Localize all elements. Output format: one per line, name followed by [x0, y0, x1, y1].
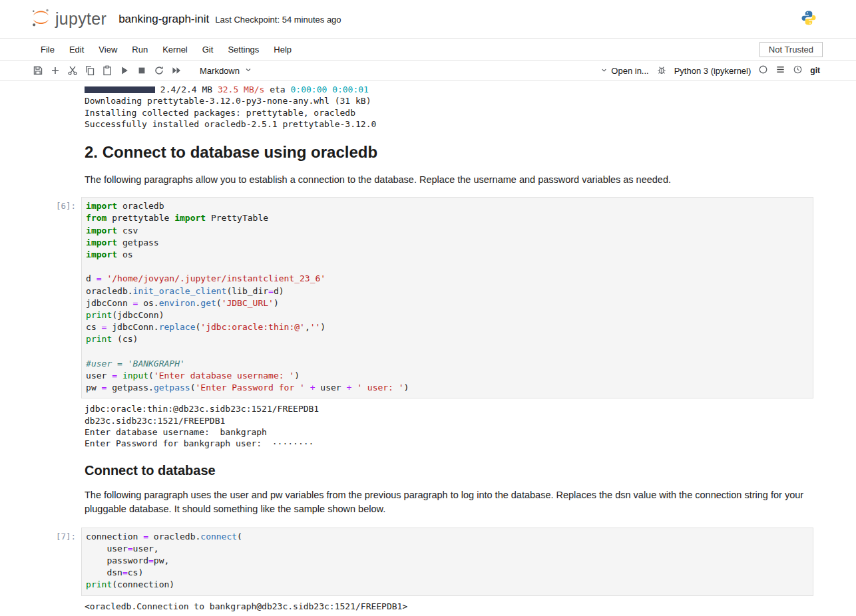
- restart-kernel-button[interactable]: [150, 63, 168, 78]
- execution-count-prompt: [6]:: [56, 197, 81, 211]
- paste-cell-button[interactable]: [99, 63, 116, 78]
- open-in-dropdown[interactable]: Open in...: [600, 66, 648, 76]
- kernel-switcher[interactable]: Python 3 (ipykernel): [674, 66, 751, 76]
- copy-cell-button[interactable]: [81, 63, 99, 78]
- section-heading: Connect to database: [85, 463, 813, 478]
- jupyter-logo[interactable]: jupyter: [31, 7, 107, 31]
- kernel-name-label: Python 3 (ipykernel): [674, 66, 751, 76]
- stop-icon: [136, 65, 147, 76]
- fast-forward-icon: [171, 65, 182, 76]
- open-in-label: Open in...: [611, 66, 648, 76]
- cell-prompt: [56, 84, 81, 88]
- section-heading: 2. Connect to database using oracledb: [85, 143, 813, 162]
- menu-file[interactable]: File: [33, 41, 62, 59]
- scissors-icon: [67, 65, 78, 76]
- cell-output-text: <oracledb.Connection to bankgraph@db23c.…: [81, 601, 813, 612]
- not-trusted-button[interactable]: Not Trusted: [759, 42, 823, 57]
- menu-kernel[interactable]: Kernel: [155, 41, 195, 59]
- restart-run-all-button[interactable]: [168, 63, 185, 78]
- code-cell-7-output: <oracledb.Connection to bankgraph@db23c.…: [56, 601, 813, 612]
- cell-type-dropdown[interactable]: Markdown: [196, 64, 256, 78]
- restart-icon: [154, 65, 164, 76]
- chevron-down-icon: [600, 66, 608, 76]
- markdown-cell[interactable]: Connect to database The following paragr…: [56, 463, 813, 516]
- clipboard-icon: [102, 65, 112, 76]
- app-header: jupyter banking-graph-init Last Checkpoi…: [0, 0, 856, 39]
- notebook-toolbar: Markdown Open in... Python 3 (ipykernel)…: [0, 61, 856, 81]
- jupyter-wordmark: jupyter: [55, 9, 107, 29]
- execution-count-prompt: [7]:: [56, 528, 81, 541]
- menu-help[interactable]: Help: [266, 41, 299, 59]
- debugger-button[interactable]: [656, 65, 667, 77]
- cell-prompt: [56, 143, 81, 147]
- code-cell-7: [7]: connection = oracledb.connect( user…: [56, 528, 813, 596]
- cell-prompt: [56, 601, 81, 605]
- checkpoint-label: Last Checkpoint: 54 minutes ago: [215, 15, 341, 25]
- cut-cell-button[interactable]: [64, 63, 81, 78]
- toolbar-menu-button[interactable]: [775, 65, 785, 77]
- cell-type-value: Markdown: [200, 66, 240, 76]
- menu-bar: File Edit View Run Kernel Git Settings H…: [0, 39, 856, 61]
- execution-time-icon: [793, 65, 803, 77]
- section-paragraph: The following paragraphs allow you to es…: [85, 173, 813, 187]
- save-icon: [33, 65, 43, 76]
- section-paragraph: The following paragraph uses the user an…: [85, 488, 813, 516]
- save-button[interactable]: [29, 63, 47, 78]
- markdown-cell[interactable]: 2. Connect to database using oracledb Th…: [56, 143, 813, 187]
- pip-install-output: 2.4/2.4 MB 32.5 MB/s eta 0:00:00 0:00:01…: [81, 84, 813, 130]
- add-cell-button[interactable]: [47, 63, 64, 78]
- menu-git[interactable]: Git: [195, 41, 221, 59]
- menu-view[interactable]: View: [91, 41, 124, 59]
- jupyter-planet-icon: [31, 7, 51, 31]
- menu-edit[interactable]: Edit: [62, 41, 91, 59]
- interrupt-kernel-button[interactable]: [133, 63, 150, 78]
- cell-prompt: [56, 403, 81, 407]
- pip-install-output-cell: 2.4/2.4 MB 32.5 MB/s eta 0:00:00 0:00:01…: [56, 84, 813, 130]
- menu-run[interactable]: Run: [124, 41, 155, 59]
- run-icon: [119, 65, 130, 76]
- cell-output-text: jdbc:oracle:thin:@db23c.sidb23c:1521/FRE…: [81, 403, 813, 449]
- git-status-label: git: [810, 66, 820, 75]
- menu-settings[interactable]: Settings: [220, 41, 266, 59]
- copy-icon: [85, 65, 95, 76]
- chevron-down-icon: [244, 66, 252, 76]
- notebook-title[interactable]: banking-graph-init: [118, 13, 209, 26]
- run-cell-button[interactable]: [116, 63, 133, 78]
- python-logo-icon: [800, 9, 817, 29]
- code-editor[interactable]: import oracledbfrom prettytable import P…: [81, 197, 813, 398]
- code-cell-6: [6]: import oracledbfrom prettytable imp…: [56, 197, 813, 398]
- kernel-status-icon: [758, 65, 768, 77]
- cell-prompt: [56, 463, 81, 467]
- code-editor[interactable]: connection = oracledb.connect( user=user…: [81, 528, 813, 596]
- notebook-panel: 2.4/2.4 MB 32.5 MB/s eta 0:00:00 0:00:01…: [0, 81, 856, 612]
- bug-icon: [656, 65, 667, 77]
- plus-icon: [50, 65, 61, 76]
- code-cell-6-output: jdbc:oracle:thin:@db23c.sidb23c:1521/FRE…: [56, 403, 813, 449]
